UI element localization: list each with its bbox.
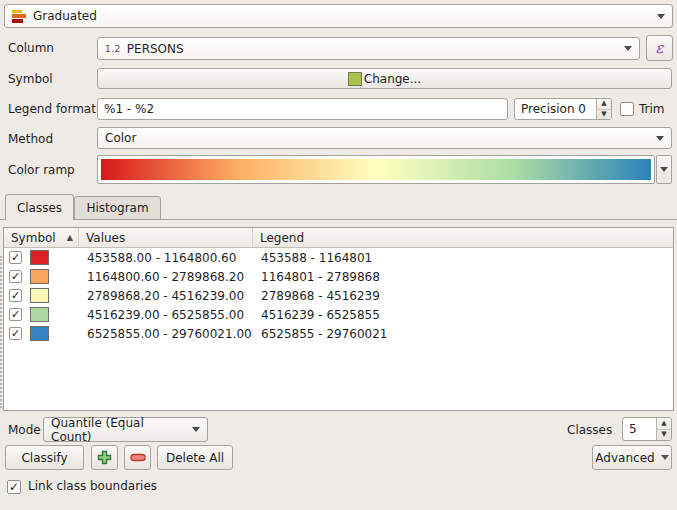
row-checkbox[interactable]: ✓ (9, 251, 22, 264)
color-ramp-button[interactable] (97, 155, 655, 184)
column-label: Column (8, 36, 54, 60)
classes-table: Symbol ▲ Values Legend ✓ 453588.00 - 116… (3, 227, 674, 411)
color-ramp-label: Color ramp (8, 158, 75, 182)
remove-class-button[interactable] (124, 445, 151, 470)
precision-value: Precision 0 (515, 99, 596, 119)
symbol-swatch (348, 72, 362, 86)
row-checkbox[interactable]: ✓ (9, 308, 22, 321)
color-ramp-preview (101, 159, 651, 180)
class-color-swatch[interactable] (30, 307, 49, 322)
graduated-renderer-icon (12, 9, 27, 23)
minus-icon (130, 453, 146, 462)
expression-builder-button[interactable]: ε (646, 35, 673, 61)
delete-all-label: Delete All (166, 451, 224, 465)
spin-down-button[interactable]: ▼ (597, 110, 611, 120)
method-combobox[interactable]: Color (97, 127, 672, 149)
tab-classes-label: Classes (17, 201, 62, 215)
spin-up-button[interactable]: ▲ (597, 99, 611, 110)
header-values[interactable]: Values (79, 228, 253, 247)
class-legend[interactable]: 1164801 - 2789868 (253, 270, 673, 284)
chevron-down-icon (192, 427, 200, 432)
advanced-button[interactable]: Advanced (592, 445, 672, 470)
chevron-down-icon (660, 167, 668, 172)
row-checkbox[interactable]: ✓ (9, 327, 22, 340)
link-class-boundaries-checkbox[interactable]: ✓ (7, 480, 21, 494)
delete-all-button[interactable]: Delete All (157, 445, 233, 470)
class-values[interactable]: 6525855.00 - 29760021.00 (79, 327, 253, 341)
classify-button[interactable]: Classify (5, 445, 84, 470)
row-checkbox[interactable]: ✓ (9, 270, 22, 283)
table-row: ✓ 6525855.00 - 29760021.00 6525855 - 297… (4, 324, 673, 343)
plus-icon (97, 450, 112, 465)
class-color-swatch[interactable] (30, 288, 49, 303)
decimal-field-icon: 1.2 (105, 44, 121, 54)
class-legend[interactable]: 2789868 - 4516239 (253, 289, 673, 303)
trim-label: Trim (639, 101, 665, 117)
scroll-area-edge (0, 256, 2, 408)
tab-histogram-label: Histogram (86, 201, 148, 215)
class-color-swatch[interactable] (30, 326, 49, 341)
header-legend[interactable]: Legend (253, 228, 673, 247)
renderer-type-label: Graduated (33, 9, 651, 23)
link-class-boundaries-label: Link class boundaries (28, 476, 157, 496)
add-class-button[interactable] (91, 445, 118, 470)
header-symbol[interactable]: Symbol ▲ (4, 228, 79, 247)
advanced-label: Advanced (595, 451, 654, 465)
class-values[interactable]: 2789868.20 - 4516239.00 (79, 289, 253, 303)
sort-ascending-icon: ▲ (67, 233, 73, 242)
classes-table-body: ✓ 453588.00 - 1164800.60 453588 - 116480… (4, 248, 673, 343)
class-legend[interactable]: 6525855 - 29760021 (253, 327, 673, 341)
symbol-change-button[interactable]: Change... (97, 68, 672, 89)
expression-epsilon-icon: ε (656, 39, 664, 57)
chevron-down-icon (656, 136, 664, 141)
table-row: ✓ 1164800.60 - 2789868.20 1164801 - 2789… (4, 267, 673, 286)
trim-checkbox[interactable] (620, 102, 634, 116)
row-checkbox[interactable]: ✓ (9, 289, 22, 302)
spin-down-button[interactable]: ▼ (657, 430, 671, 441)
renderer-type-select[interactable]: Graduated (4, 4, 673, 28)
table-row: ✓ 2789868.20 - 4516239.00 2789868 - 4516… (4, 286, 673, 305)
class-legend[interactable]: 453588 - 1164801 (253, 251, 673, 265)
chevron-down-icon (661, 455, 669, 460)
classes-spinbox[interactable]: 5 ▲ ▼ (622, 417, 672, 441)
symbol-change-label: Change... (364, 72, 421, 86)
mode-combobox[interactable]: Quantile (Equal Count) (43, 417, 208, 442)
legend-format-input[interactable] (97, 98, 508, 120)
class-legend[interactable]: 4516239 - 6525855 (253, 308, 673, 322)
class-color-swatch[interactable] (30, 269, 49, 284)
mode-value: Quantile (Equal Count) (51, 416, 186, 444)
mode-label: Mode (8, 418, 41, 442)
table-row: ✓ 4516239.00 - 6525855.00 4516239 - 6525… (4, 305, 673, 324)
column-value: PERSONS (127, 42, 618, 56)
symbol-label: Symbol (8, 67, 53, 91)
chevron-down-icon (657, 14, 665, 19)
tab-histogram[interactable]: Histogram (74, 196, 161, 220)
class-values[interactable]: 453588.00 - 1164800.60 (79, 251, 253, 265)
table-row: ✓ 453588.00 - 1164800.60 453588 - 116480… (4, 248, 673, 267)
method-value: Color (105, 131, 650, 145)
chevron-down-icon (624, 46, 632, 51)
classify-label: Classify (21, 451, 67, 465)
class-values[interactable]: 4516239.00 - 6525855.00 (79, 308, 253, 322)
spin-up-button[interactable]: ▲ (657, 418, 671, 430)
classes-count-value: 5 (623, 418, 656, 440)
class-color-swatch[interactable] (30, 250, 49, 265)
class-values[interactable]: 1164800.60 - 2789868.20 (79, 270, 253, 284)
tab-classes[interactable]: Classes (5, 194, 74, 220)
method-label: Method (8, 127, 53, 151)
graduated-symbology-panel: Graduated Column 1.2 PERSONS ε Symbol Ch… (0, 0, 677, 510)
legend-format-label: Legend format (8, 97, 96, 121)
color-ramp-dropdown-button[interactable] (656, 155, 672, 184)
classes-table-header: Symbol ▲ Values Legend (4, 228, 673, 248)
precision-spinbox[interactable]: Precision 0 ▲ ▼ (514, 98, 612, 120)
column-combobox[interactable]: 1.2 PERSONS (97, 37, 640, 60)
classes-count-label: Classes (567, 418, 612, 442)
